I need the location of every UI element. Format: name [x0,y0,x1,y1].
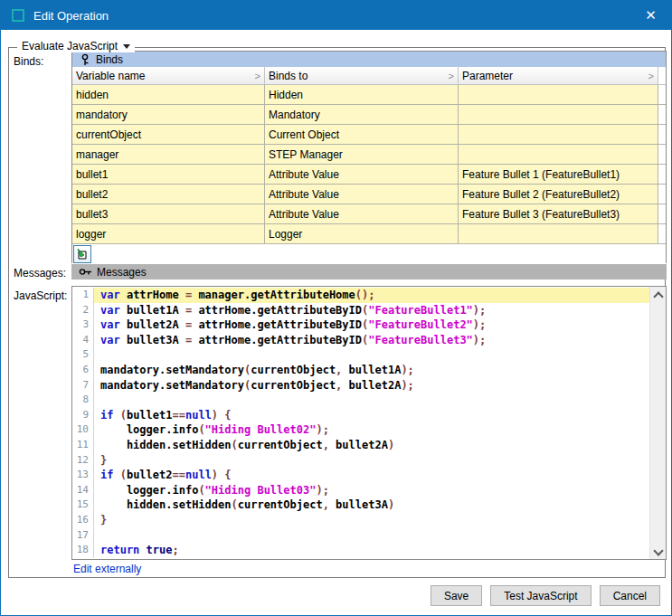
code-line[interactable]: 2var bullet1A = attrHome.getAttributeByI… [72,303,649,318]
column-header-parameter[interactable]: Parameter> [459,67,658,84]
code-line[interactable]: 6mandatory.setMandatory(currentObject, b… [72,363,649,378]
code-text: var attrHome = manager.getAttributeHome(… [94,288,649,303]
key-horizontal-icon [79,266,92,278]
code-line[interactable]: 11 hidden.setHidden(currentObject, bulle… [72,438,649,453]
binds-table-row[interactable]: bullet1Attribute ValueFeature Bullet 1 (… [72,165,666,185]
binds-panel: Binds Variable name>Binds to>Parameter> … [71,51,667,263]
code-line[interactable]: 1var attrHome = manager.getAttributeHome… [72,288,649,303]
code-text: if (bullet2==null) { [94,468,649,483]
sort-chevron-icon[interactable]: > [648,71,654,81]
binds-table-row[interactable]: bullet3Attribute ValueFeature Bullet 3 (… [72,204,666,224]
line-number: 7 [72,378,94,393]
code-text [94,347,649,363]
binds-cell [459,145,658,164]
sort-chevron-icon[interactable]: > [449,71,454,81]
binds-table-row[interactable]: managerSTEP Manager [72,145,666,165]
line-number: 6 [72,363,94,378]
code-line[interactable]: 7mandatory.setMandatory(currentObject, b… [72,378,649,393]
edit-operation-dialog: Edit Operation ✕ Evaluate JavaScript Bin… [0,0,672,616]
code-line[interactable]: 5 [72,347,649,363]
code-text: mandatory.setMandatory(currentObject, bu… [94,363,649,378]
line-number: 13 [72,468,94,483]
line-number: 10 [72,422,94,438]
line-number: 4 [72,333,94,348]
code-line[interactable]: 12} [72,453,649,469]
test-javascript-button[interactable]: Test JavaScript [490,585,591,606]
messages-section-header[interactable]: Messages [71,264,667,280]
line-number: 16 [72,513,94,528]
vertical-scrollbar[interactable] [649,287,666,559]
code-text: } [94,453,649,469]
code-line[interactable]: 13if (bullet2==null) { [72,468,649,483]
window-title: Edit Operation [33,9,109,23]
binds-cell: mandatory [72,105,265,124]
binds-cell: Feature Bullet 1 (FeatureBullet1) [459,165,658,184]
binds-cell: logger [72,224,265,243]
code-text: return true; [94,543,649,558]
code-text: var bullet3A = attrHome.getAttributeByID… [94,333,649,348]
binds-footer [72,244,666,266]
save-button[interactable]: Save [431,585,482,606]
edit-binds-icon [76,248,89,261]
binds-cell: Mandatory [265,105,459,124]
app-icon [12,9,24,22]
operation-type-dropdown[interactable]: Evaluate JavaScript [17,40,135,52]
column-header-variable-name[interactable]: Variable name> [72,67,265,84]
binds-cell: Hidden [265,85,459,104]
messages-label: Messages: [14,267,66,280]
code-line[interactable]: 16} [72,513,649,528]
scroll-down-icon[interactable] [650,544,666,559]
binds-cell: Attribute Value [265,185,459,204]
binds-cell: Logger [265,224,459,243]
code-text: mandatory.setMandatory(currentObject, bu… [94,378,649,393]
binds-section-title: Binds [96,53,123,66]
scroll-up-icon[interactable] [650,287,666,302]
binds-cell: hidden [72,85,265,104]
line-number: 2 [72,303,94,318]
binds-table-row[interactable]: hiddenHidden [72,85,666,105]
javascript-label: JavaScript: [14,289,67,302]
column-header-binds-to[interactable]: Binds to> [265,67,459,84]
edit-externally-link[interactable]: Edit externally [73,563,141,575]
key-icon [80,53,91,66]
binds-table-row[interactable]: bullet2Attribute ValueFeature Bullet 2 (… [72,185,666,204]
code-text: if (bullet1==null) { [94,408,649,423]
binds-table-row[interactable]: loggerLogger [72,224,666,244]
line-number: 17 [72,528,94,544]
code-line[interactable]: 10 logger.info("Hiding Bullet02"); [72,422,649,438]
binds-cell: Attribute Value [265,165,459,184]
line-number: 9 [72,408,94,423]
code-line[interactable]: 3var bullet2A = attrHome.getAttributeByI… [72,317,649,333]
edit-binds-button[interactable] [73,245,91,263]
code-line[interactable]: 9if (bullet1==null) { [72,408,649,423]
sort-chevron-icon[interactable]: > [255,71,260,81]
code-area[interactable]: 1var attrHome = manager.getAttributeHome… [72,287,649,559]
cancel-button[interactable]: Cancel [600,585,660,606]
close-button[interactable]: ✕ [630,1,671,30]
line-number: 8 [72,393,94,408]
binds-table-row[interactable]: currentObjectCurrent Object [72,125,666,145]
binds-label: Binds: [14,55,43,68]
line-number: 15 [72,498,94,513]
binds-cell: Attribute Value [265,204,459,223]
code-line[interactable]: 8 [72,393,649,408]
code-line[interactable]: 18return true; [72,543,649,558]
code-line[interactable]: 14 logger.info("Hiding Bullet03"); [72,483,649,498]
line-number: 11 [72,438,94,453]
line-number: 5 [72,347,94,363]
title-bar: Edit Operation ✕ [1,1,671,30]
code-line[interactable]: 4var bullet3A = attrHome.getAttributeByI… [72,333,649,348]
javascript-editor[interactable]: 1var attrHome = manager.getAttributeHome… [71,286,667,560]
code-line[interactable]: 15 hidden.setHidden(currentObject, bulle… [72,498,649,513]
binds-cell [459,224,658,243]
binds-section-header[interactable]: Binds [72,52,666,67]
messages-section-title: Messages [97,266,147,279]
line-number: 1 [72,288,94,303]
code-text: var bullet1A = attrHome.getAttributeByID… [94,303,649,318]
binds-cell [459,125,658,144]
operation-type-label: Evaluate JavaScript [22,40,118,52]
code-line[interactable]: 17 [72,528,649,544]
binds-table-row[interactable]: mandatoryMandatory [72,105,666,125]
code-text: var bullet2A = attrHome.getAttributeByID… [94,317,649,333]
binds-cell: bullet2 [72,185,265,204]
